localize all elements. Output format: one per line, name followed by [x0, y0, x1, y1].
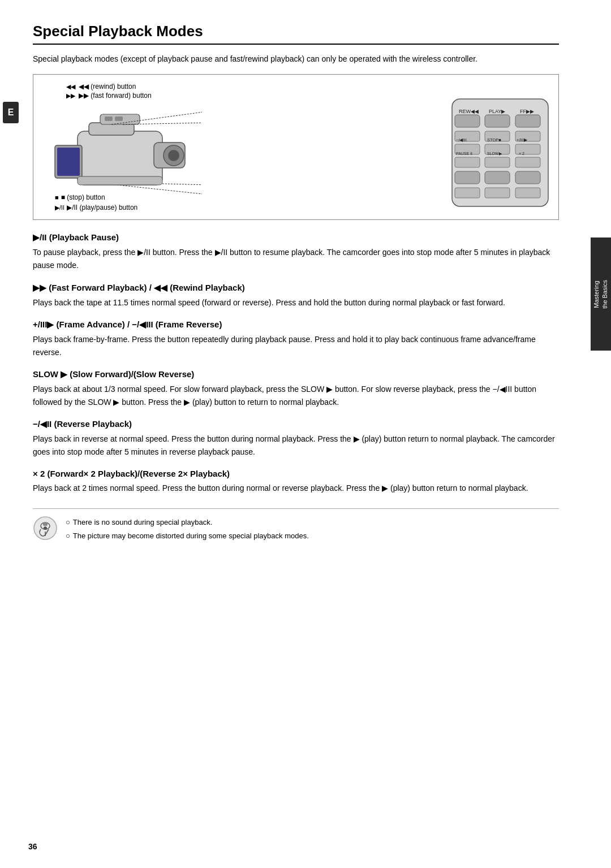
section-body-1: To pause playback, press the ▶/II button…: [33, 246, 559, 272]
svg-text:PAUSE II: PAUSE II: [456, 152, 472, 156]
section-body-4: Plays back at about 1/3 normal speed. Fo…: [33, 383, 559, 409]
section-playback-pause: ▶/II (Playback Pause) To pause playback,…: [33, 232, 559, 272]
arrow-indicator: ◀◀: [66, 83, 75, 90]
svg-rect-42: [515, 188, 540, 198]
note-1: ○ There is no sound during special playb…: [66, 516, 309, 529]
note-2: ○ The picture may become distorted durin…: [66, 529, 309, 542]
left-tab: E: [0, 0, 21, 868]
svg-rect-20: [485, 115, 510, 127]
svg-rect-30: [515, 157, 540, 167]
section-heading-2: ▶▶ (Fast Forward Playback) / ◀◀ (Rewind …: [33, 283, 559, 293]
svg-text:STOP■: STOP■: [487, 137, 501, 142]
page-title: Special Playback Modes: [33, 23, 559, 45]
section-slow-forward: SLOW ▶ (Slow Forward)/(Slow Reverse) Pla…: [33, 369, 559, 409]
svg-rect-40: [455, 188, 480, 198]
section-body-2: Plays back the tape at 11.5 times normal…: [33, 296, 559, 309]
section-2x-playback: × 2 (Forward× 2 Playback)/(Reverse 2× Pl…: [33, 469, 559, 495]
e-tab-label: E: [3, 102, 19, 123]
svg-text:PLAY▶: PLAY▶: [489, 109, 505, 114]
note-icon: [33, 516, 58, 541]
diagram-labels-top: ◀◀ ◀◀ (rewind) button ▶▶ ▶▶ (fast forwar…: [44, 83, 152, 100]
svg-text:SLOW▶: SLOW▶: [487, 152, 502, 156]
svg-rect-6: [57, 148, 80, 176]
diagram-box: ◀◀ ◀◀ (rewind) button ▶▶ ▶▶ (fast forwar…: [33, 74, 559, 220]
svg-rect-37: [455, 171, 480, 184]
section-reverse-playback: −/◀II (Reverse Playback) Plays back in r…: [33, 419, 559, 459]
svg-rect-8: [105, 116, 113, 121]
mastering-label: Masteringthe Basics: [591, 237, 611, 351]
svg-rect-39: [515, 171, 540, 184]
camcorder-diagram: [44, 103, 191, 193]
svg-text:FF▶▶: FF▶▶: [520, 109, 534, 114]
svg-rect-41: [485, 188, 510, 198]
section-fast-forward: ▶▶ (Fast Forward Playback) / ◀◀ (Rewind …: [33, 283, 559, 309]
intro-text: Special playback modes (except of playba…: [33, 53, 559, 65]
svg-rect-28: [455, 157, 480, 167]
section-body-6: Plays back at 2 times normal speed. Pres…: [33, 482, 559, 495]
fastforward-label: ▶▶ ▶▶ (fast forward) button: [66, 92, 152, 100]
diagram-left: ◀◀ ◀◀ (rewind) button ▶▶ ▶▶ (fast forwar…: [44, 83, 441, 211]
notes-text: ○ There is no sound during special playb…: [66, 516, 309, 542]
svg-rect-19: [455, 115, 480, 127]
svg-text:REW◀◀: REW◀◀: [459, 109, 479, 114]
svg-rect-38: [485, 171, 510, 184]
diagram-labels-bottom: ■ ■ (stop) button ▶/II ▶/II (play/pause)…: [44, 193, 137, 211]
section-heading-3: +/III▶ (Frame Advance) / −/◀III (Frame R…: [33, 319, 559, 330]
svg-rect-9: [115, 116, 123, 121]
svg-text:× 2: × 2: [519, 152, 524, 156]
rewind-label: ◀◀ ◀◀ (rewind) button: [66, 83, 152, 90]
svg-text:−/◀III: −/◀III: [456, 137, 467, 142]
stop-label: ■ ■ (stop) button: [55, 193, 137, 201]
page-number: 36: [28, 842, 37, 851]
section-heading-6: × 2 (Forward× 2 Playback)/(Reverse 2× Pl…: [33, 469, 559, 478]
svg-rect-14: [78, 176, 162, 185]
svg-rect-21: [515, 115, 540, 127]
remote-control-diagram: REW◀◀ PLAY▶ FF▶▶: [446, 96, 548, 198]
section-body-3: Plays back frame-by-frame. Press the but…: [33, 333, 559, 359]
main-content: Special Playback Modes Special playback …: [21, 0, 587, 868]
section-heading-4: SLOW ▶ (Slow Forward)/(Slow Reverse): [33, 369, 559, 379]
svg-rect-29: [485, 157, 510, 167]
section-body-5: Plays back in reverse at normal speed. P…: [33, 433, 559, 459]
svg-point-3: [168, 150, 179, 161]
ff-indicator: ▶▶: [66, 92, 75, 100]
svg-text:+/III▶: +/III▶: [517, 137, 528, 142]
notes-box: ○ There is no sound during special playb…: [33, 508, 559, 542]
svg-rect-45: [43, 522, 48, 526]
section-heading-5: −/◀II (Reverse Playback): [33, 419, 559, 429]
playpause-label: ▶/II ▶/II (play/pause) button: [55, 204, 137, 211]
mastering-text: Masteringthe Basics: [592, 280, 610, 309]
section-frame-advance: +/III▶ (Frame Advance) / −/◀III (Frame R…: [33, 319, 559, 359]
svg-point-47: [44, 526, 47, 530]
section-heading-1: ▶/II (Playback Pause): [33, 232, 559, 243]
